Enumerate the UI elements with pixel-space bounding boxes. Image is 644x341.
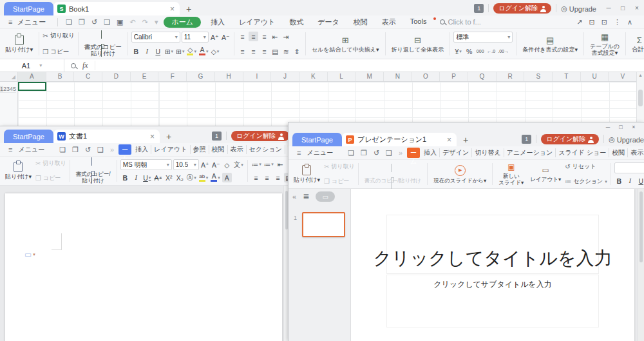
column-header[interactable]: V [609, 72, 636, 81]
font-size-combo[interactable]: 11▾ [182, 32, 209, 43]
align-right-button[interactable]: ≡ [260, 46, 269, 56]
new-tab-button[interactable]: + [160, 132, 178, 143]
align-center-button[interactable]: ≡ [262, 173, 272, 182]
align-right-button[interactable]: ≡ [273, 173, 283, 182]
numbered-list-button[interactable]: ≔▾ [263, 159, 274, 169]
ribbon-tab[interactable]: データ [310, 17, 346, 27]
bold-button[interactable]: B [120, 173, 130, 182]
char-tool-button[interactable]: 文▾ [233, 160, 244, 170]
cut-button[interactable]: ✂切り取り [324, 162, 355, 171]
subscript-button[interactable]: X₂ [175, 173, 185, 182]
save-icon[interactable]: ❐ [357, 149, 370, 157]
increase-decimal-button[interactable]: ←.0 [486, 46, 496, 56]
decrease-indent-button[interactable]: ⇤ [276, 159, 285, 169]
expand-icon[interactable]: » [395, 149, 406, 157]
window-switch-icon[interactable]: ⊡ [589, 18, 595, 26]
paste-button[interactable]: 貼り付け▾ [3, 31, 35, 57]
upgrade-button[interactable]: ◎ Upgrade [561, 5, 596, 13]
slide-stage[interactable]: クリックしてタイトルを入力 クリックしてサブタイトルを入力 [351, 189, 644, 341]
maximize-button[interactable]: □ [616, 5, 630, 12]
paste-button[interactable]: 貼り付け▾ [3, 159, 34, 183]
new-slide-button[interactable]: ▣ 新しいスライド▾ [496, 162, 526, 186]
open-file-icon[interactable]: ❏ [62, 18, 75, 26]
play-from-current-button[interactable]: ▶ 現在のスライドから▾ [431, 162, 489, 186]
eraser-button[interactable]: ◇▾ [210, 46, 220, 56]
name-box[interactable]: A1▾ [0, 59, 64, 72]
increase-font-button[interactable]: A⁺ [200, 160, 210, 170]
ribbon-tab[interactable]: 校閲 [209, 145, 227, 154]
ribbon-tab[interactable]: デザイン [439, 148, 471, 157]
column-header[interactable]: H [215, 72, 243, 81]
hamburger-menu-icon[interactable]: ≡ [5, 146, 15, 153]
ribbon-tab[interactable]: セクション [246, 145, 285, 154]
fx-icon[interactable]: fx [82, 61, 88, 70]
upgrade-button[interactable]: ◎ Upgrade [609, 135, 644, 144]
tab-presentation1[interactable]: P プレゼンテーション1 × [342, 133, 457, 146]
collapse-ribbon-icon[interactable]: ∧ [627, 18, 632, 26]
column-header[interactable]: N [384, 72, 412, 81]
logout-button[interactable]: ログイン解除 [231, 131, 289, 141]
column-header[interactable]: E [131, 72, 159, 81]
bullet-list-button[interactable]: ≔▾ [251, 159, 262, 169]
sum-button[interactable]: Σ 合計▾ [629, 31, 644, 57]
open-file-icon[interactable]: ❏ [345, 149, 357, 157]
ribbon-tab[interactable]: 挿入 [204, 17, 232, 27]
copy-button[interactable]: ❐コピー [43, 48, 75, 56]
font-color-button[interactable]: A▾ [210, 173, 221, 182]
close-tab-icon[interactable]: × [169, 5, 176, 14]
undo-icon[interactable]: ↶ [126, 18, 138, 26]
vertical-scrollbar[interactable] [636, 82, 644, 126]
outline-view-icon[interactable]: ≣ [303, 192, 309, 201]
paste-button[interactable]: 貼り付け▾ [291, 162, 323, 186]
hamburger-menu-icon[interactable]: ≡ [294, 149, 304, 157]
column-header[interactable]: Q [468, 72, 497, 81]
ribbon-tab[interactable]: 表示 [375, 17, 403, 27]
column-header[interactable]: S [524, 72, 553, 81]
column-header[interactable]: G [187, 72, 215, 81]
ribbon-tab[interactable]: 表示 [627, 148, 644, 157]
share-icon[interactable]: ↗ [576, 18, 582, 26]
percent-button[interactable]: % [464, 46, 474, 56]
underline-button[interactable]: U▾ [142, 173, 152, 182]
column-header[interactable]: K [299, 72, 328, 81]
cell-area[interactable] [18, 82, 636, 126]
logout-button[interactable]: ログイン解除 [493, 3, 551, 14]
more-icon[interactable]: ⋮ [614, 18, 621, 26]
close-tab-icon[interactable]: × [149, 132, 156, 141]
column-header[interactable]: J [271, 72, 299, 81]
tab-home[interactable]: ホーム [118, 144, 131, 155]
notification-badge[interactable]: 1 [474, 4, 484, 13]
ribbon-tab[interactable]: レイアウト [232, 17, 282, 27]
comment-icon[interactable]: ⊡ [601, 18, 607, 26]
close-window-button[interactable]: × [627, 124, 640, 130]
column-header[interactable]: B [46, 72, 75, 81]
number-format-combo[interactable]: 標準▾ [453, 32, 513, 43]
column-header[interactable]: C [74, 72, 102, 81]
save-icon[interactable]: ❐ [75, 18, 88, 26]
revert-icon[interactable]: ↺ [88, 18, 100, 26]
ribbon-tab[interactable]: 校閲 [346, 17, 375, 27]
align-bottom-button[interactable]: ≡ [260, 32, 269, 41]
tab-startpage[interactable]: StartPage [4, 2, 53, 15]
notification-badge[interactable]: 1 [522, 135, 531, 144]
align-center-button[interactable]: ≡ [249, 46, 258, 56]
fill-color-button[interactable]: ◇▾ [186, 46, 197, 56]
column-header[interactable]: U [581, 72, 609, 81]
ribbon-tab[interactable]: スライド ショー [555, 148, 609, 157]
revert-icon[interactable]: ↺ [370, 149, 383, 157]
highlight-button[interactable]: ab▾ [198, 173, 209, 182]
format-painter-button[interactable]: 書式のコピー/貼り付け [73, 159, 113, 183]
tab-doc1[interactable]: W 文書1 × [53, 130, 160, 143]
collapse-panel-icon[interactable]: « [292, 193, 296, 200]
decrease-font-button[interactable]: A⁻ [221, 32, 231, 42]
font-name-combo[interactable]: Calibri▾ [131, 32, 180, 43]
align-left-button[interactable]: ≡ [238, 46, 247, 56]
ribbon-tab[interactable]: 校閲 [609, 148, 627, 157]
tab-startpage[interactable]: StartPage [292, 133, 342, 146]
notification-badge[interactable]: 1 [212, 132, 222, 141]
bold-button[interactable]: B [614, 176, 624, 186]
tab-home[interactable]: ホーム [164, 17, 201, 28]
minimize-button[interactable]: ─ [601, 124, 614, 130]
menu-button[interactable]: メニュー [15, 145, 47, 154]
orientation-button[interactable]: ⇕ [292, 46, 302, 56]
